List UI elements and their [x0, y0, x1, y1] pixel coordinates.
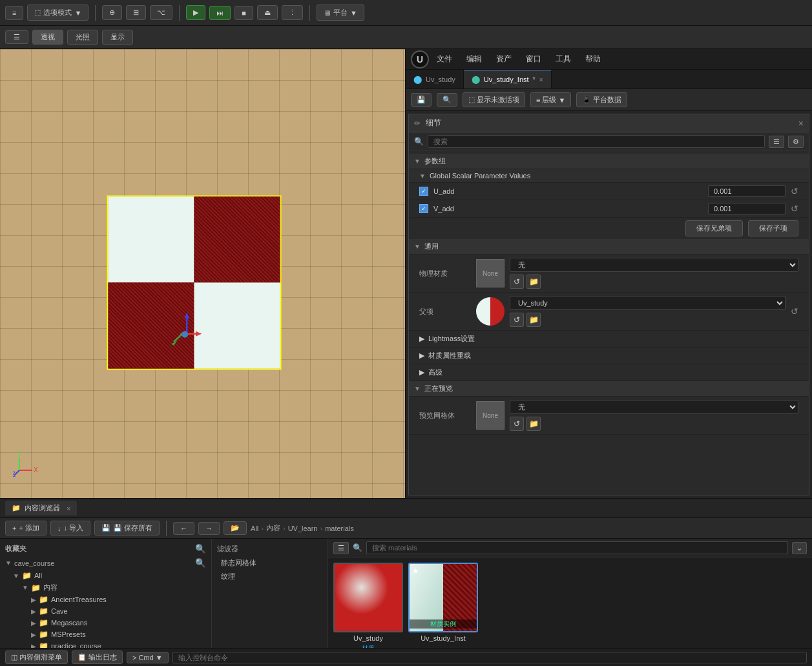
path-forward-button[interactable]: → [198, 522, 220, 535]
cmd-button[interactable]: > Cmd ▼ [127, 652, 169, 663]
platform-arrow: ▼ [350, 9, 357, 17]
hamburger-menu-button[interactable]: ≡ [5, 6, 23, 20]
save-siblings-button[interactable]: 保存兄弟项 [685, 220, 743, 236]
content-arrow: ▼ [22, 584, 28, 591]
path-back-button[interactable]: ← [173, 522, 194, 535]
cave-course-item[interactable]: ▼ cave_course 🔍 [0, 556, 211, 570]
file-menu[interactable]: 文件 [430, 52, 459, 67]
tree-practice-course[interactable]: ▶ 📁 practice_course [0, 640, 211, 648]
menu-toggle-button[interactable]: ☰ [5, 30, 28, 44]
global-scalar-section-header[interactable]: ▼ Global Scalar Parameter Values [409, 169, 809, 183]
stop-button[interactable]: ■ [234, 6, 253, 20]
bread-content[interactable]: 内容 [266, 523, 280, 533]
preview-mesh-browse-button[interactable]: 📁 [526, 417, 541, 431]
bread-uvlearn[interactable]: UV_learn [288, 525, 318, 532]
material-overrides-section-header[interactable]: ▶ 材质属性重载 [409, 348, 809, 364]
sequence-button[interactable]: ⌥ [150, 5, 172, 20]
transform-widget[interactable] [167, 309, 206, 348]
bread-all[interactable]: All [251, 525, 258, 532]
console-input[interactable] [172, 652, 807, 663]
output-log-button[interactable]: 📋 输出日志 [72, 650, 123, 664]
preview-mesh-refresh-button[interactable]: ↺ [510, 417, 524, 431]
parent-refresh-button[interactable]: ↺ [510, 313, 524, 327]
import-button[interactable]: ↓ ↓ 导入 [50, 521, 90, 536]
tree-mspresets[interactable]: ▶ 📁 MSPresets [0, 629, 211, 640]
edit-menu[interactable]: 编辑 [460, 52, 488, 67]
select-mode-button[interactable]: ⬚ 选项模式 ▼ [27, 5, 88, 21]
platform-data-button[interactable]: 📱 平台数据 [576, 92, 627, 107]
v-add-reset-button[interactable]: ↺ [791, 203, 798, 214]
preview-mesh-none-preview: None [476, 401, 505, 430]
save-all-button[interactable]: 💾 💾 保存所有 [94, 521, 160, 536]
u-add-reset-button[interactable]: ↺ [791, 186, 798, 196]
general-section-header[interactable]: ▼ 通用 [409, 239, 809, 255]
tab-uv-study[interactable]: ⬤ Uv_study [406, 70, 464, 88]
preview-mesh-select[interactable]: 无 [510, 400, 798, 414]
details-search-input[interactable] [428, 135, 765, 148]
tab-close-button[interactable]: × [539, 76, 543, 83]
viewport: X Y Z [0, 49, 405, 498]
details-close-button[interactable]: × [798, 118, 804, 129]
asset-uv-study[interactable]: Uv_study 材质 [333, 563, 403, 648]
param-group-section-header[interactable]: ▼ 参数组 [409, 154, 809, 169]
filter-texture[interactable]: 纹理 [217, 570, 322, 583]
content-browser-tab-close[interactable]: × [67, 505, 70, 512]
perspective-button[interactable]: 透视 [32, 30, 63, 45]
preview-section-header[interactable]: ▼ 正在预览 [409, 381, 809, 397]
assets-menu[interactable]: 资产 [490, 52, 518, 67]
filter-static-mesh[interactable]: 静态网格体 [217, 556, 322, 570]
more-button[interactable]: ⋮ [282, 5, 303, 20]
save-children-button[interactable]: 保存子项 [748, 220, 798, 236]
asset-view-options-button[interactable]: ⌄ [792, 542, 807, 554]
ancient-folder-icon: 📁 [39, 595, 48, 604]
tools-menu[interactable]: 工具 [549, 52, 578, 67]
content-side-menu-button[interactable]: ◫ 内容侧滑菜单 [5, 650, 68, 664]
asset-search-input[interactable] [366, 541, 788, 554]
bread-materials[interactable]: materials [325, 525, 354, 532]
search-tree-button[interactable]: 🔍 [195, 544, 206, 554]
uv-study-thumbnail [333, 563, 403, 632]
details-settings-button[interactable]: ⚙ [788, 136, 804, 148]
lightmass-section-header[interactable]: ▶ Lightmass设置 [409, 331, 809, 348]
tree-cave[interactable]: ▶ 📁 Cave [0, 605, 211, 617]
content-browser-tab[interactable]: 📁 内容浏览器 × [5, 501, 77, 515]
tab-uv-study-inst[interactable]: ⬤ Uv_study_Inst * × [464, 70, 552, 88]
add-actor-button[interactable]: ⊕ [102, 5, 122, 20]
parent-reset-button[interactable]: ↺ [791, 306, 798, 317]
help-menu[interactable]: 帮助 [579, 52, 607, 67]
asset-uv-study-inst[interactable]: ★ 材质实例 Uv_study_Inst [408, 563, 478, 648]
window-menu[interactable]: 窗口 [519, 52, 548, 67]
advanced-section-header[interactable]: ▶ 高级 [409, 364, 809, 381]
details-list-view-button[interactable]: ☰ [769, 136, 784, 148]
show-sources-button[interactable]: 📂 [224, 521, 247, 535]
tree-all-item[interactable]: ▼ 📁 All [0, 570, 211, 581]
tree-practice-label: practice_course [51, 642, 101, 648]
u-add-checkbox[interactable]: ✓ [419, 187, 428, 196]
eject-button[interactable]: ⏏ [257, 5, 278, 20]
search-material-button[interactable]: 🔍 [437, 93, 457, 107]
add-button[interactable]: + + 添加 [5, 521, 47, 536]
parent-select[interactable]: Uv_study [510, 296, 786, 310]
show-unactivated-button[interactable]: ⬚ 显示未激活项 [463, 92, 525, 107]
physical-material-browse-button[interactable]: 📁 [526, 275, 541, 289]
tree-content-item[interactable]: ▼ 📁 内容 [0, 581, 211, 594]
v-add-value-input[interactable] [708, 203, 786, 214]
play-button[interactable]: ▶ [186, 5, 205, 20]
play-step-button[interactable]: ⏭ [209, 6, 231, 20]
layout-button[interactable]: ⊞ [126, 5, 146, 20]
save-material-button[interactable]: 💾 [411, 93, 432, 107]
platform-button[interactable]: 🖥 平台 ▼ [317, 5, 364, 21]
v-add-checkbox[interactable]: ✓ [419, 204, 428, 213]
tree-ancient-treasures[interactable]: ▶ 📁 AncientTreasures [0, 594, 211, 605]
preview-label: 正在预览 [424, 384, 453, 393]
u-add-value-input[interactable] [708, 185, 786, 197]
physical-material-select[interactable]: 无 [510, 258, 798, 272]
lit-button[interactable]: 光照 [67, 30, 98, 45]
show-button[interactable]: 显示 [102, 30, 133, 45]
tree-megascans[interactable]: ▶ 📁 Megascans [0, 617, 211, 629]
layer-button[interactable]: ≡ 层级 ▼ [530, 92, 571, 107]
search-course-button[interactable]: 🔍 [195, 558, 206, 568]
physical-material-refresh-button[interactable]: ↺ [510, 275, 524, 289]
asset-filter-button[interactable]: ☰ [333, 542, 349, 554]
parent-browse-button[interactable]: 📁 [526, 313, 541, 327]
